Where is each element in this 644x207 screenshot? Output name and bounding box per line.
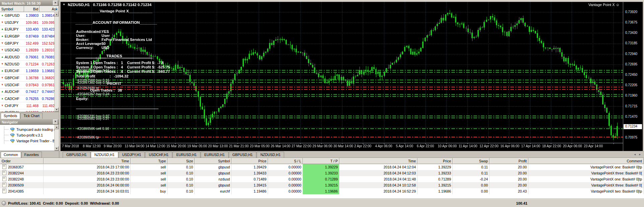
price-axis-label: 0.73675 xyxy=(625,20,637,24)
symbol-row[interactable]: ▲AUDCHF0.744170.74447 xyxy=(0,89,59,96)
chart-ohlc-values: 0.71166 0.71258 0.71142 0.71234 xyxy=(93,3,152,7)
market-watch-list: ▲GBPUSD1.398031.39814▼USDJPY109.081109.0… xyxy=(0,12,59,112)
scroll-up-icon[interactable]: ▲ xyxy=(55,12,59,16)
order-row[interactable]: 203683572018.04.23 17:00:00sell0.10gbpus… xyxy=(0,164,644,170)
expert-advisor-icon xyxy=(10,133,15,137)
column-header-swap[interactable]: Swap xyxy=(453,158,490,164)
indicator-watermark: Vantage Point X ☺ xyxy=(588,3,620,7)
symbol-row[interactable]: ▼GBPCHF1.367881.36820 xyxy=(0,74,59,82)
chart-tab-eurusd-h1[interactable]: EURUSD,H1 xyxy=(201,152,229,158)
symbol-row[interactable]: ▼NZDUSD0.712340.71263 xyxy=(0,61,59,68)
price-axis-label: 0.70975 xyxy=(625,136,637,139)
symbol-row[interactable]: ▲CADCHF0.762550.76286 xyxy=(0,95,59,102)
chart-tab-nzdusd-h1[interactable]: NZDUSD,H1 xyxy=(257,152,284,158)
column-header-size[interactable]: Size xyxy=(168,158,195,164)
cell-swap: -0.24 xyxy=(453,176,490,182)
column-header-bid[interactable]: Bid xyxy=(24,6,40,12)
chart-tab-usdchf-h1[interactable]: USDCHF,H1 xyxy=(145,152,172,158)
cell-swap: 0.00 xyxy=(453,188,490,194)
chart-tab-nzdusd-h1[interactable]: NZDUSD,H1 xyxy=(91,152,118,158)
market-watch-close-icon[interactable]: × xyxy=(53,1,58,6)
symbol-row[interactable]: ▼GBPJPY152.499152.529 xyxy=(0,40,59,47)
symbol-row[interactable]: ▲GBPUSD1.398031.39814 xyxy=(0,12,59,19)
scroll-down-icon[interactable]: ▼ xyxy=(55,107,59,112)
cell-price: 0.71489 xyxy=(232,176,268,182)
ask-value: 1.36820 xyxy=(40,76,56,80)
tree-guide xyxy=(4,135,9,135)
order-row[interactable]: 203822482018.04.23 23:00:00sell0.10nzdus… xyxy=(0,176,644,182)
column-header-time[interactable]: Time xyxy=(44,158,131,164)
tab-common[interactable]: Common xyxy=(1,152,21,158)
symbol-row[interactable]: ▲EURGBP0.874690.87484 xyxy=(0,33,59,40)
symbol-row[interactable]: ▲EURJPY133.400133.423 xyxy=(0,26,59,33)
column-header-comment[interactable]: Comment xyxy=(528,158,644,164)
overlay-info-text: 50 xyxy=(102,42,106,46)
column-header-cprice[interactable]: Price xyxy=(417,158,453,164)
navigator-item-turbo-profit-v-3-1[interactable]: Turbo-profit v.3.1 xyxy=(0,132,59,138)
total-profit-value: 100.41 xyxy=(503,201,527,205)
column-header-price[interactable]: Price xyxy=(232,158,268,164)
symbol-row[interactable]: ▲EURCHF1.196591.19681 xyxy=(0,68,59,75)
symbol-row[interactable]: ▼CHFJPY111.468111.492 xyxy=(0,102,59,109)
symbol-row[interactable]: ▼CHFPLN3.512823.51559 xyxy=(0,109,59,112)
tab-favorites[interactable]: Favorites xyxy=(21,152,42,158)
overlay-section-header: ___________Vantage Point X___________ xyxy=(75,9,153,13)
cell-comment: VantagePointX two: Basket# 0[tp xyxy=(528,188,644,194)
tab-tick-chart[interactable]: Tick Chart xyxy=(20,113,42,119)
time-axis-label: 2 Apr 22:00 xyxy=(354,144,371,148)
order-row[interactable]: 203905092018.04.24 06:00:00sell0.10gbpus… xyxy=(0,182,644,188)
order-doc-icon xyxy=(2,176,6,181)
cell-cprice: 1.39229 xyxy=(417,164,453,170)
scroll-up-icon[interactable]: ▲ xyxy=(55,125,59,129)
market-watch-title: Market Watch: 16:56:30 xyxy=(2,1,53,5)
navigator-scrollbar[interactable]: ▲ ▼ xyxy=(54,125,59,151)
tab-symbols[interactable]: Symbols xyxy=(1,113,20,119)
tab-scroll-arrows-icon[interactable]: ◂ ▸ xyxy=(634,153,642,156)
column-header-ask[interactable]: Ask xyxy=(40,6,59,12)
column-header-type[interactable]: Type xyxy=(131,158,168,164)
cell-swap: 0.11 xyxy=(453,170,490,176)
navigator-item-vantage-point-trader-bl[interactable]: Vantage Point Trader - Bl xyxy=(0,138,59,144)
market-watch-scrollbar[interactable]: ▲ ▼ xyxy=(54,12,59,112)
column-header-symbol[interactable]: Symbol xyxy=(195,158,232,164)
navigator-close-icon[interactable]: × xyxy=(53,119,58,124)
mt4-window: Market Watch: 16:56:30 × SymbolBidAsk ▲G… xyxy=(0,0,644,207)
price-axis[interactable]: 0.739200.736750.734300.731850.729400.726… xyxy=(623,2,643,151)
arrow-down-icon: ▼ xyxy=(0,49,5,51)
chart-tab-gbpusd-h1[interactable]: GBPUSD,H1 xyxy=(63,152,90,158)
navigator-tabs: CommonFavorites xyxy=(0,151,59,158)
bid-value: 133.400 xyxy=(23,27,40,31)
symbol-row[interactable]: ▲AUDUSD0.760610.76081 xyxy=(0,54,59,61)
order-row[interactable]: 203822442018.04.23 23:00:00sell0.10gbpus… xyxy=(0,170,644,176)
navigator-item-trumpcard-auto-trading-r[interactable]: Trumpcard auto trading r xyxy=(0,126,59,132)
chart-symbol-dropdown[interactable]: ▼ NZDUSD,H1 0.71166 0.71258 0.71142 0.71… xyxy=(63,3,151,7)
cell-order: 20382248 xyxy=(0,176,44,182)
cell-profit: 20.00 xyxy=(490,164,528,170)
symbol-row[interactable]: ▼USDJPY109.081109.095 xyxy=(0,19,59,26)
bid-value: 0.76255 xyxy=(23,97,40,101)
column-header-profit[interactable]: Profit xyxy=(490,158,528,164)
symbol-name: USDJPY xyxy=(5,20,23,24)
bid-value: 1.19659 xyxy=(23,69,40,73)
symbol-row[interactable]: ▼USDCHF0.978430.97861 xyxy=(0,82,59,89)
column-header-order[interactable]: Order xyxy=(0,158,44,164)
symbol-row[interactable]: ▼USDCAD1.282891.28310 xyxy=(0,47,59,54)
chart-tab-eurusd-h1[interactable]: EURUSD,H1 xyxy=(173,152,200,158)
chart-tab-usdjpy-h1[interactable]: USDJPY,H1 xyxy=(119,152,145,158)
arrow-down-icon: ▼ xyxy=(0,21,5,24)
market-watch-panel: SymbolBidAsk ▲GBPUSD1.398031.39814▼USDJP… xyxy=(0,6,59,112)
chart-plot[interactable]: ▼ NZDUSD,H1 0.71166 0.71258 0.71142 0.71… xyxy=(61,2,623,151)
column-header-symbol[interactable]: Symbol xyxy=(0,6,24,12)
ask-value: 0.76286 xyxy=(40,97,56,101)
time-axis-label: 4 Apr 06:00 xyxy=(375,144,392,148)
column-header-tp[interactable]: T / P xyxy=(303,158,339,164)
cell-sl: 0.00000 xyxy=(268,170,303,176)
scroll-down-icon[interactable]: ▼ xyxy=(55,146,59,151)
column-header-sl[interactable]: S / L xyxy=(268,158,303,164)
terminal-header: OrderTimeTypeSizeSymbolPriceS / LT / PTi… xyxy=(0,158,644,164)
chart-tab-gbpusd-h1[interactable]: GBPUSD,H1 xyxy=(229,152,257,158)
bid-value: 0.71234 xyxy=(23,62,40,66)
column-header-ctime[interactable]: Time xyxy=(339,158,417,164)
order-row[interactable]: 204143852018.04.24 16:03:01buy0.10eurchf… xyxy=(0,188,644,194)
price-axis-label: 0.73430 xyxy=(625,31,637,35)
